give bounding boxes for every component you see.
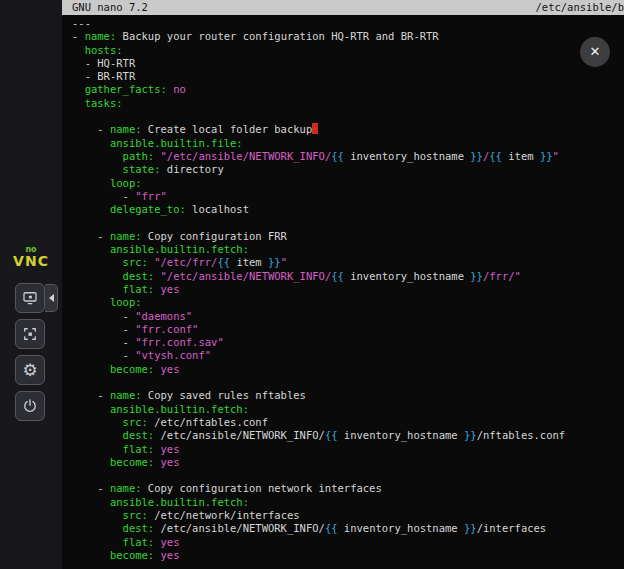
editor-line: - name: Copy configuration FRR	[72, 230, 624, 243]
novnc-logo-vnc: VNC	[13, 254, 49, 268]
editor-line: - "vtysh.conf"	[72, 349, 624, 362]
editor-line: - name: Backup your router configuration…	[72, 30, 624, 43]
editor-line: delegate_to: localhost	[72, 203, 624, 216]
text-cursor	[312, 123, 318, 134]
editor-line: become: yes	[72, 549, 624, 562]
editor-line: flat: yes	[72, 536, 624, 549]
editor-line	[72, 216, 624, 229]
editor-line: loop:	[72, 296, 624, 309]
editor-line: loop:	[72, 177, 624, 190]
fullscreen-icon	[21, 325, 39, 343]
editor-line: flat: yes	[72, 443, 624, 456]
editor-line: ansible.builtin.file:	[72, 137, 624, 150]
editor-line: dest: "/etc/ansible/NETWORK_INFO/{{ inve…	[72, 270, 624, 283]
editor-line: - name: Create local folder backup	[72, 123, 624, 136]
vnc-viewer-window: no VNC	[0, 0, 624, 569]
editor-content[interactable]: ---- name: Backup your router configurat…	[62, 15, 624, 562]
power-icon	[21, 397, 39, 415]
editor-line: ansible.builtin.fetch:	[72, 496, 624, 509]
nano-filename: /etc/ansible/b	[535, 0, 624, 15]
close-icon: ✕	[590, 44, 601, 59]
gear-icon: ⚙	[22, 362, 37, 379]
editor-line: - "frr.conf"	[72, 323, 624, 336]
fullscreen-button[interactable]	[15, 319, 45, 349]
editor-line: hosts:	[72, 44, 624, 57]
editor-line	[72, 376, 624, 389]
editor-line: state: directory	[72, 163, 624, 176]
editor-line: flat: yes	[72, 283, 624, 296]
terminal[interactable]: GNU nano 7.2 /etc/ansible/b ---- name: B…	[62, 0, 624, 569]
chevron-left-icon	[49, 294, 54, 302]
novnc-logo: no VNC	[0, 246, 62, 268]
editor-line: - BR-RTR	[72, 70, 624, 83]
control-bar-buttons: ⚙	[15, 283, 45, 421]
editor-line: tasks:	[72, 97, 624, 110]
editor-line: src: /etc/network/interfaces	[72, 509, 624, 522]
close-button[interactable]: ✕	[580, 37, 610, 67]
editor-line	[72, 469, 624, 482]
editor-line: dest: /etc/ansible/NETWORK_INFO/{{ inven…	[72, 429, 624, 442]
editor-line: src: "/etc/frr/{{ item }}"	[72, 256, 624, 269]
editor-line: gather_facts: no	[72, 83, 624, 96]
editor-line: - name: Copy configuration network inter…	[72, 482, 624, 495]
settings-button[interactable]: ⚙	[15, 355, 45, 385]
screen-icon	[21, 289, 39, 307]
nano-version: GNU nano 7.2	[72, 0, 148, 15]
editor-line: ansible.builtin.fetch:	[72, 403, 624, 416]
editor-line: - "frr"	[72, 190, 624, 203]
editor-line: become: yes	[72, 456, 624, 469]
editor-line: - "daemons"	[72, 310, 624, 323]
editor-line	[72, 110, 624, 123]
editor-line: ---	[72, 17, 624, 30]
screen-button[interactable]	[15, 283, 45, 313]
editor-line: dest: /etc/ansible/NETWORK_INFO/{{ inven…	[72, 522, 624, 535]
editor-line: become: yes	[72, 363, 624, 376]
nano-titlebar: GNU nano 7.2 /etc/ansible/b	[62, 0, 624, 15]
editor-line: ansible.builtin.fetch:	[72, 243, 624, 256]
editor-line: src: /etc/nftables.conf	[72, 416, 624, 429]
editor-line: - name: Copy saved rules nftables	[72, 389, 624, 402]
power-button[interactable]	[15, 391, 45, 421]
control-bar-handle[interactable]	[45, 284, 58, 312]
editor-line: - "frr.conf.sav"	[72, 336, 624, 349]
editor-line: path: "/etc/ansible/NETWORK_INFO/{{ inve…	[72, 150, 624, 163]
editor-line: - HQ-RTR	[72, 57, 624, 70]
